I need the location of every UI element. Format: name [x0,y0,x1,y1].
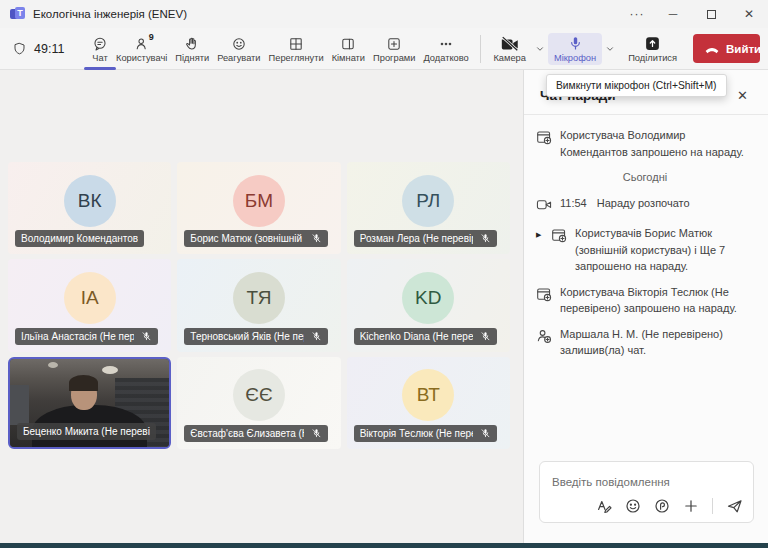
avatar: ТЯ [233,272,285,324]
smiley-icon [231,36,247,52]
tab-rooms[interactable]: Кімнати [328,28,369,70]
share-label: Поділитися [628,53,677,63]
minimize-button[interactable]: ─ [654,0,692,28]
avatar: ВК [64,175,116,227]
participant-tile[interactable]: KD Kichenko Diana (Не перевір... [347,259,510,351]
participant-name-pill: Євстаф'єва Єлизавета (Не п... [184,425,327,442]
camera-label: Камера [493,53,526,63]
calendar-add-icon [536,286,552,302]
message-composer[interactable]: Введіть повідомлення [539,461,754,523]
title-bar: T Екологічна інженерія (ENEV) ··· ─ ✕ [0,0,768,28]
camera-button[interactable]: Камера [487,33,532,65]
tab-chat[interactable]: Чат [88,28,112,70]
chat-event: Маршала Н. М. (Не перевірено) залишив(ла… [536,326,754,359]
participant-tile[interactable]: ЄЄ Євстаф'єва Єлизавета (Не п... [177,357,340,449]
tab-chat-label: Чат [92,53,107,63]
avatar: ВТ [402,369,454,421]
titlebar-more-icon[interactable]: ··· [620,0,654,28]
participant-name-pill: Вікторія Теслюк (Не перевір... [354,425,497,442]
mic-muted-icon [480,331,491,342]
participant-name-pill: Терновський Яків (Не перев... [184,328,327,345]
mic-muted-icon [311,428,322,439]
avatar: ІА [64,272,116,324]
camera-options-chevron[interactable] [532,44,548,54]
apps-icon [386,36,402,52]
mic-muted-icon [141,331,152,342]
message-input[interactable]: Введіть повідомлення [552,476,670,488]
grid-view-icon [288,36,304,52]
more-icon [438,36,454,52]
tab-more[interactable]: Додатково [419,28,472,70]
meeting-toolbar: 49:11 Чат 9 Користувачі Підняти [0,28,768,70]
chat-panel: Чат наради ✕ Користувача Володимир Комен… [523,70,768,543]
participant-grid: ВК Володимир Комендантов БМ Борис Матюк … [8,162,510,449]
share-screen-icon [644,35,661,52]
microphone-button[interactable]: Мікрофон [548,33,602,65]
expand-arrow-icon[interactable]: ▶ [536,225,543,275]
mic-tooltip: Вимкнути мікрофон (Ctrl+Shift+M) [546,74,727,97]
participant-tile[interactable]: ВК Володимир Комендантов [8,162,171,254]
participant-name-pill: Розман Лера (Не перевірено) [354,230,497,247]
participant-tile[interactable]: БМ Борис Матюк (зовнішній ко... [177,162,340,254]
avatar: БМ [233,175,285,227]
avatar: KD [402,272,454,324]
loop-icon[interactable] [654,498,670,514]
toolbar-tabs: Чат 9 Користувачі Підняти Реагувати [88,28,473,69]
format-icon[interactable] [596,498,612,514]
camera-off-icon [500,35,520,52]
close-window-button[interactable]: ✕ [730,0,768,28]
tab-participants[interactable]: 9 Користувачі [112,28,171,70]
chat-event: Користувача Володимир Комендантов запрош… [536,127,754,160]
participant-video-tile[interactable]: Беценко Микита (Не перевірено) [8,357,171,449]
participant-tile[interactable]: ВТ Вікторія Теслюк (Не перевір... [347,357,510,449]
taskbar-edge [0,543,768,548]
participants-count-badge: 9 [149,32,154,42]
participant-tile[interactable]: РЛ Розман Лера (Не перевірено) [347,162,510,254]
participant-tile[interactable]: ІА Ільїна Анастасія (Не перевір... [8,259,171,351]
maximize-button[interactable] [692,0,730,28]
teams-logo-icon: T [10,7,25,22]
leave-button[interactable]: Вийти [693,34,760,63]
meeting-timer: 49:11 [12,41,88,57]
tab-view-label: Переглянути [269,53,324,63]
tab-view[interactable]: Переглянути [265,28,328,70]
tab-apps-label: Програми [373,53,415,63]
toolbar-divider [480,35,481,63]
participant-tile[interactable]: ТЯ Терновський Яків (Не перев... [177,259,340,351]
avatar: РЛ [402,175,454,227]
tab-raise-hand[interactable]: Підняти [171,28,213,70]
participant-name-pill: Борис Матюк (зовнішній ко... [184,230,327,247]
share-button[interactable]: Поділитися [622,33,683,65]
chat-event: Користувача Вікторія Теслюк (Не перевіре… [536,284,754,317]
microphone-options-chevron[interactable] [602,44,618,54]
participant-name-pill: Ільїна Анастасія (Не перевір... [15,328,158,345]
timer-value: 49:11 [34,42,64,56]
chevron-down-icon [605,44,615,54]
shield-icon [12,41,27,57]
hangup-icon [704,44,720,54]
tab-participants-label: Користувачі [116,53,167,63]
tab-rooms-label: Кімнати [332,53,365,63]
video-stage: ВК Володимир Комендантов БМ Борис Матюк … [0,70,523,543]
participant-name-pill: Kichenko Diana (Не перевір... [354,328,497,345]
window-title: Екологічна інженерія (ENEV) [33,8,612,20]
participant-name-pill: Беценко Микита (Не перевірено) [17,423,156,440]
chat-icon [92,36,108,52]
emoji-icon[interactable] [625,498,641,514]
send-icon[interactable] [726,498,743,514]
mic-muted-icon [480,428,491,439]
leave-label: Вийти [726,43,760,55]
tab-react-label: Реагувати [217,53,260,63]
date-divider: Сьогодні [536,169,754,186]
mic-muted-icon [311,233,322,244]
microphone-label: Мікрофон [554,53,596,63]
avatar: ЄЄ [233,369,285,421]
chevron-down-icon [535,44,545,54]
chat-event: 11:54Нараду розпочато [536,195,754,217]
tab-raise-hand-label: Підняти [175,53,209,63]
tab-apps[interactable]: Програми [369,28,419,70]
close-panel-icon[interactable]: ✕ [733,86,752,105]
tab-react[interactable]: Реагувати [213,28,264,70]
person-add-icon [536,328,552,344]
add-attachment-icon[interactable] [683,498,699,514]
